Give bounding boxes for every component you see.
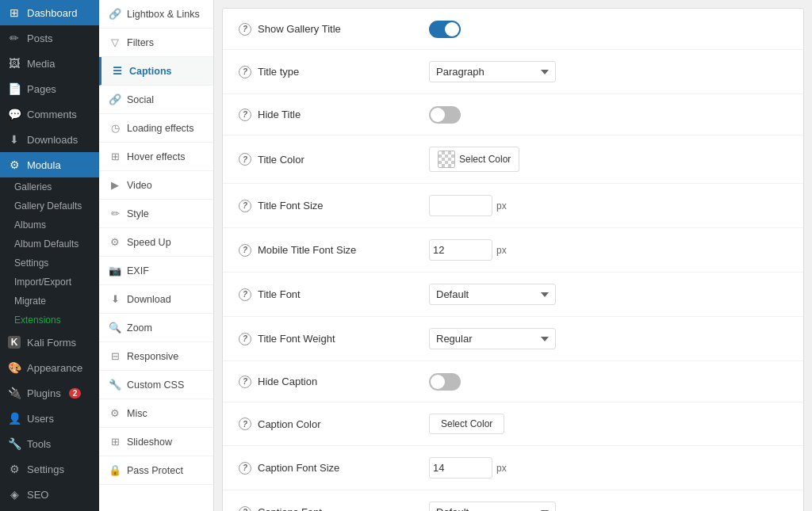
sidebar-item-users[interactable]: 👤 Users: [0, 406, 99, 431]
kali-forms-label: Kali Forms: [27, 337, 76, 349]
middle-item-label: Responsive: [127, 351, 178, 362]
zoom-icon: 🔍: [109, 322, 121, 334]
sidebar-submenu-migrate[interactable]: Migrate: [6, 292, 99, 311]
comments-icon: 💬: [8, 108, 21, 120]
row-label-caption-color: ? Caption Color: [239, 418, 429, 430]
users-icon: 👤: [8, 412, 21, 425]
sidebar-item-dashboard[interactable]: ⊞ Dashboard: [0, 0, 99, 25]
row-title-font-weight: ? Title Font Weight Regular BoldLight: [223, 317, 803, 361]
control-caption-color: Select Color: [429, 414, 504, 434]
color-button-caption-color[interactable]: Select Color: [429, 414, 504, 434]
sidebar-item-litespeed[interactable]: ⚡ LiteSpeed Cache: [0, 507, 99, 511]
pages-icon: 📄: [8, 82, 21, 95]
select-title-type[interactable]: Paragraph H1H2H3: [429, 61, 556, 82]
row-label-hide-caption: ? Hide Caption: [239, 376, 429, 388]
px-label-title-font-size: px: [496, 200, 507, 212]
help-icon-title-color[interactable]: ?: [239, 153, 251, 166]
sidebar-submenu-galleries[interactable]: Galleries: [6, 177, 99, 196]
row-hide-title: ? Hide Title: [223, 94, 803, 135]
sidebar-item-label: Comments: [27, 109, 77, 120]
select-title-font[interactable]: Default: [429, 284, 556, 305]
input-caption-font-size[interactable]: [429, 457, 492, 479]
loading-effects-icon: ◷: [109, 122, 121, 134]
middle-item-captions[interactable]: ☰ Captions: [99, 57, 213, 86]
sidebar-submenu-gallery-defaults[interactable]: Gallery Defaults: [6, 196, 99, 215]
label-hide-caption: Hide Caption: [258, 376, 317, 387]
help-icon-title-type[interactable]: ?: [239, 66, 251, 78]
sidebar-item-modula[interactable]: ⚙ Modula: [0, 152, 99, 177]
sidebar-item-label: Media: [27, 58, 55, 70]
middle-item-exif[interactable]: 📷 EXIF: [99, 257, 213, 285]
sidebar-submenu-import-export[interactable]: Import/Export: [6, 273, 99, 292]
middle-item-style[interactable]: ✏ Style: [99, 200, 213, 228]
middle-item-custom-css[interactable]: 🔧 Custom CSS: [99, 371, 213, 399]
sidebar-item-plugins[interactable]: 🔌 Plugins 2: [0, 380, 99, 406]
sidebar-item-appearance[interactable]: 🎨 Appearance: [0, 355, 99, 380]
color-button-title-color[interactable]: Select Color: [429, 147, 519, 172]
sidebar-item-downloads[interactable]: ⬇ Downloads: [0, 127, 99, 152]
hover-effects-icon: ⊞: [109, 151, 121, 162]
speed-up-icon: ⚙: [109, 236, 121, 248]
responsive-icon: ⊟: [109, 350, 121, 362]
middle-item-filters[interactable]: ▽ Filters: [99, 29, 213, 57]
sidebar-item-seo[interactable]: ◈ SEO: [0, 482, 99, 507]
input-mobile-title-font-size[interactable]: [429, 239, 492, 261]
sidebar-item-posts[interactable]: ✏ Posts: [0, 25, 99, 51]
middle-item-label: Captions: [129, 66, 171, 77]
color-preview-title-color: [438, 151, 455, 168]
sidebar-item-comments[interactable]: 💬 Comments: [0, 101, 99, 127]
input-title-font-size[interactable]: [429, 195, 492, 216]
middle-item-social[interactable]: 🔗 Social: [99, 86, 213, 114]
toggle-knob: [445, 22, 459, 36]
middle-item-misc[interactable]: ⚙ Misc: [99, 399, 213, 428]
row-label-hide-title: ? Hide Title: [239, 109, 429, 121]
help-icon-show-gallery-title[interactable]: ?: [239, 23, 251, 36]
sidebar-item-media[interactable]: 🖼 Media: [0, 51, 99, 76]
sidebar-arrow: [93, 158, 99, 171]
row-hide-caption: ? Hide Caption: [223, 361, 803, 402]
help-icon-hide-title[interactable]: ?: [239, 109, 251, 121]
middle-item-responsive[interactable]: ⊟ Responsive: [99, 342, 213, 371]
help-icon-caption-font-size[interactable]: ?: [239, 462, 251, 475]
sidebar-item-tools[interactable]: 🔧 Tools: [0, 431, 99, 456]
toggle-show-gallery-title[interactable]: [429, 21, 461, 38]
middle-item-download[interactable]: ⬇ Download: [99, 285, 213, 314]
sidebar-submenu-album-defaults[interactable]: Album Defaults: [6, 235, 99, 254]
kali-forms-icon: K: [8, 336, 21, 349]
toggle-hide-caption[interactable]: [429, 373, 461, 391]
middle-item-pass-protect[interactable]: 🔒 Pass Protect: [99, 456, 213, 485]
select-captions-font[interactable]: Default: [429, 501, 556, 511]
help-icon-title-font[interactable]: ?: [239, 288, 251, 301]
help-icon-mobile-title-font-size[interactable]: ?: [239, 244, 251, 257]
sidebar-item-pages[interactable]: 📄 Pages: [0, 76, 99, 101]
settings-nav-label: Settings: [27, 463, 64, 475]
help-icon-caption-color[interactable]: ?: [239, 418, 251, 430]
middle-item-lightbox-links[interactable]: 🔗 Lightbox & Links: [99, 0, 213, 29]
tools-icon: 🔧: [8, 437, 21, 450]
middle-item-zoom[interactable]: 🔍 Zoom: [99, 314, 213, 342]
middle-item-slideshow[interactable]: ⊞ Slideshow: [99, 428, 213, 456]
appearance-icon: 🎨: [8, 361, 21, 374]
select-title-font-weight[interactable]: Regular BoldLight: [429, 328, 556, 349]
row-label-mobile-title-font-size: ? Mobile Title Font Size: [239, 244, 429, 257]
sidebar-submenu-settings[interactable]: Settings: [6, 254, 99, 273]
middle-item-loading-effects[interactable]: ◷ Loading effects: [99, 114, 213, 143]
middle-item-video[interactable]: ▶ Video: [99, 171, 213, 200]
help-icon-title-font-size[interactable]: ?: [239, 200, 251, 212]
middle-item-speed-up[interactable]: ⚙ Speed Up: [99, 228, 213, 257]
middle-item-hover-effects[interactable]: ⊞ Hover effects: [99, 143, 213, 171]
row-captions-font: ? Captions Font Default: [223, 490, 803, 511]
help-icon-captions-font[interactable]: ?: [239, 506, 251, 512]
sidebar-submenu-extensions[interactable]: Extensions: [6, 311, 99, 330]
help-icon-hide-caption[interactable]: ?: [239, 376, 251, 388]
control-show-gallery-title: [429, 21, 461, 38]
main-content: ? Show Gallery Title ? Title type Paragr…: [214, 0, 812, 511]
help-icon-title-font-weight[interactable]: ?: [239, 333, 251, 345]
sidebar-submenu-albums[interactable]: Albums: [6, 215, 99, 235]
toggle-hide-title[interactable]: [429, 106, 461, 124]
sidebar-item-kali-forms[interactable]: K Kali Forms: [0, 330, 99, 355]
download-icon: ⬇: [109, 293, 121, 305]
sidebar-item-label: Posts: [27, 32, 53, 44]
social-icon: 🔗: [109, 93, 121, 105]
sidebar-item-settings[interactable]: ⚙ Settings: [0, 456, 99, 482]
